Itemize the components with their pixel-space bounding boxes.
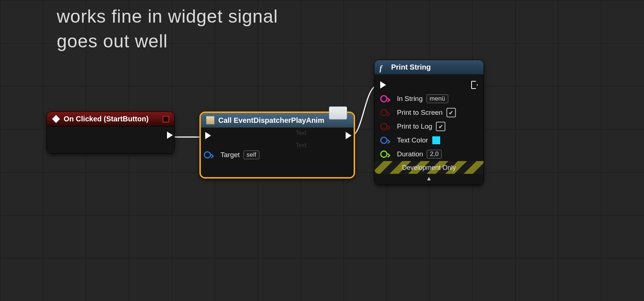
text-color-pin[interactable] [380,137,387,144]
exec-out-pin[interactable] [167,132,173,139]
exec-in-pin[interactable] [380,81,386,89]
node-title: On Clicked (StartButton) [64,115,148,123]
target-value[interactable]: self [243,150,259,159]
annotation-line-1: works fine in widget signal [57,4,278,29]
node-on-clicked[interactable]: On Clicked (StartButton) [47,112,175,154]
target-pin-label: Target [220,151,240,159]
development-only-banner: Development Only [374,161,484,174]
text-color-label: Text Color [397,136,428,144]
print-to-screen-label: Print to Screen [397,109,443,117]
dispatcher-box-icon [206,116,215,125]
delegate-pin-icon[interactable] [163,116,169,122]
in-string-value[interactable]: menü [426,94,449,103]
in-string-pin[interactable] [380,95,387,102]
exec-out-pin[interactable] [346,132,351,139]
node-header[interactable]: f Print String [374,60,484,74]
duration-label: Duration [397,150,423,158]
envelope-icon [329,106,347,120]
duration-pin[interactable] [380,150,387,158]
bg-text-2: Text [296,142,306,149]
exec-out-pin[interactable] [471,81,478,89]
node-title: Call EventDispatcherPlayAnim [218,116,324,125]
text-color-swatch[interactable] [432,136,441,145]
print-to-screen-checkbox[interactable]: ✔ [446,108,456,117]
duration-value[interactable]: 2,0 [427,150,442,159]
node-title: Print String [391,63,431,71]
bg-text-1: Text [296,130,306,136]
annotation-line-2: goes out well [57,29,278,54]
node-header[interactable]: On Clicked (StartButton) [47,112,174,126]
print-to-screen-pin[interactable] [380,109,387,116]
annotation-text: works fine in widget signal goes out wel… [57,4,278,54]
exec-in-pin[interactable] [205,132,211,139]
expand-chevron-icon[interactable]: ▲ [374,174,484,185]
print-to-log-pin[interactable] [380,123,387,130]
print-to-log-checkbox[interactable]: ✔ [436,122,445,131]
in-string-label: In String [397,95,423,103]
event-diamond-icon [52,115,60,123]
target-pin[interactable] [204,151,211,159]
function-f-icon: f [379,63,387,71]
node-print-string[interactable]: f Print String In String menü Print to S… [374,60,484,185]
print-to-log-label: Print to Log [397,122,432,130]
node-call-event-dispatcher[interactable]: Call EventDispatcherPlayAnim Text Text T… [199,112,355,179]
